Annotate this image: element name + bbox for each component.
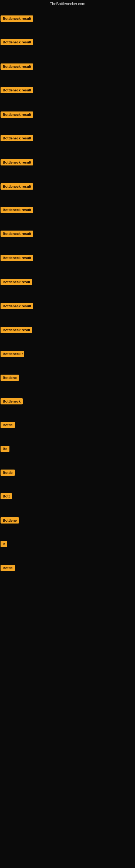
bottleneck-badge-3[interactable]: Bottleneck result <box>1 63 33 70</box>
bottleneck-row-17: Bottleneck <box>1 398 23 405</box>
bottleneck-row-10: Bottleneck result <box>1 230 33 238</box>
bottleneck-row-8: Bottleneck result <box>1 183 33 191</box>
bottleneck-row-18: Bottle <box>1 422 15 429</box>
bottleneck-badge-22[interactable]: Bottlene <box>1 517 19 524</box>
bottleneck-row-5: Bottleneck result <box>1 112 33 119</box>
bottleneck-badge-5[interactable]: Bottleneck result <box>1 112 33 118</box>
bottleneck-badge-18[interactable]: Bottle <box>1 422 15 428</box>
bottleneck-badge-16[interactable]: Bottlene <box>1 375 19 381</box>
bottleneck-row-16: Bottlene <box>1 375 19 382</box>
bottleneck-row-20: Bottle <box>1 469 15 477</box>
bottleneck-badge-11[interactable]: Bottleneck result <box>1 255 33 261</box>
bottleneck-badge-20[interactable]: Bottle <box>1 469 15 476</box>
bottleneck-badge-10[interactable]: Bottleneck result <box>1 230 33 237</box>
bottleneck-badge-13[interactable]: Bottleneck result <box>1 303 33 309</box>
bottleneck-row-3: Bottleneck result <box>1 63 33 71</box>
bottleneck-badge-15[interactable]: Bottleneck r <box>1 351 24 357</box>
bottleneck-row-1: Bottleneck result <box>1 16 33 23</box>
bottleneck-badge-6[interactable]: Bottleneck result <box>1 135 33 141</box>
bottleneck-row-11: Bottleneck result <box>1 255 33 262</box>
bottleneck-badge-4[interactable]: Bottleneck result <box>1 87 33 93</box>
bottleneck-badge-7[interactable]: Bottleneck result <box>1 159 33 165</box>
bottleneck-row-24: Bottle <box>1 565 15 572</box>
bottleneck-badge-19[interactable]: Bo <box>1 446 9 452</box>
bottleneck-badge-17[interactable]: Bottleneck <box>1 398 23 404</box>
bottleneck-badge-9[interactable]: Bottleneck result <box>1 207 33 213</box>
bottleneck-badge-14[interactable]: Bottleneck resul <box>1 327 32 333</box>
bottleneck-row-15: Bottleneck r <box>1 351 24 358</box>
bottleneck-badge-23[interactable]: B <box>1 541 7 547</box>
bottleneck-badge-8[interactable]: Bottleneck result <box>1 183 33 190</box>
bottleneck-badge-2[interactable]: Bottleneck result <box>1 39 33 45</box>
bottleneck-row-9: Bottleneck result <box>1 207 33 214</box>
bottleneck-badge-24[interactable]: Bottle <box>1 565 15 571</box>
bottleneck-row-13: Bottleneck result <box>1 303 33 310</box>
bottleneck-row-6: Bottleneck result <box>1 135 33 143</box>
bottleneck-row-4: Bottleneck result <box>1 87 33 94</box>
bottleneck-row-2: Bottleneck result <box>1 39 33 46</box>
bottleneck-row-22: Bottlene <box>1 517 19 525</box>
bottleneck-row-7: Bottleneck result <box>1 159 33 166</box>
bottleneck-badge-1[interactable]: Bottleneck result <box>1 16 33 22</box>
bottleneck-row-12: Bottleneck resul <box>1 279 32 286</box>
bottleneck-row-23: B <box>1 541 7 548</box>
bottleneck-row-14: Bottleneck resul <box>1 327 32 334</box>
site-title: TheBottlenecker.com <box>0 0 135 8</box>
bottleneck-row-19: Bo <box>1 446 9 453</box>
bottleneck-badge-21[interactable]: Bott <box>1 493 12 499</box>
bottleneck-badge-12[interactable]: Bottleneck resul <box>1 279 32 285</box>
bottleneck-row-21: Bott <box>1 493 12 500</box>
